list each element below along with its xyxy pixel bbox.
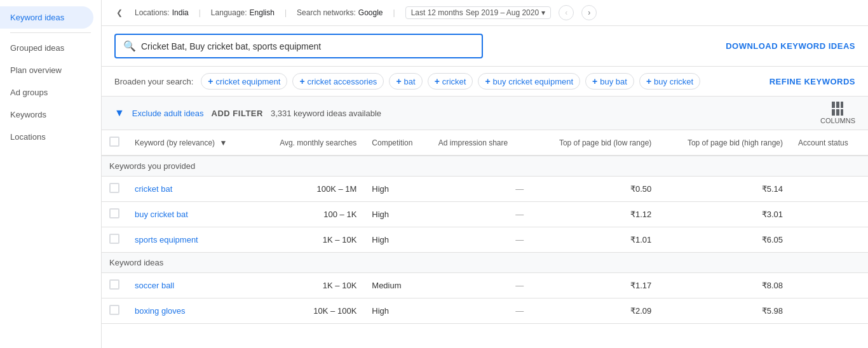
language-label: Language: [211,8,247,17]
table-row: cricket bat100K – 1MHigh—₹0.50₹5.14 [102,177,868,202]
keyword-table: Keyword (by relevance) ▼ Avg. monthly se… [102,130,868,324]
columns-button[interactable]: COLUMNS [820,102,855,124]
download-keyword-ideas-button[interactable]: DOWNLOAD KEYWORD IDEAS [726,41,855,51]
search-icon: 🔍 [123,40,136,52]
row-checkbox[interactable] [109,279,119,290]
sidebar-item-grouped-ideas[interactable]: Grouped ideas [0,37,93,59]
date-range-value: Sep 2019 – Aug 2020 [466,8,539,17]
sidebar-item-keywords[interactable]: Keywords [0,104,93,126]
chip-plus-icon: + [208,76,213,86]
section-header-provided: Keywords you provided [102,156,868,177]
row-checkbox[interactable] [109,183,119,193]
row-checkbox[interactable] [109,208,119,218]
competition-cell: Medium [364,273,431,298]
keyword-link[interactable]: soccer ball [135,281,174,290]
main-content: ❮ Locations: India | Language: English |… [102,0,868,348]
bid-low-cell: ₹1.01 [531,227,659,253]
sidebar-item-keyword-ideas[interactable]: Keyword ideas [0,6,93,29]
account-status-cell [790,202,868,227]
col-header-avg-monthly[interactable]: Avg. monthly searches [255,130,364,156]
chip-buy-cricket-equipment[interactable]: +buy cricket equipment [478,73,580,90]
competition-cell: High [364,202,431,227]
search-input-value[interactable]: Cricket Bat, Buy cricket bat, sports equ… [141,41,321,51]
competition-cell: High [364,177,431,202]
bid-low-cell: ₹1.12 [531,202,659,227]
language-section: Language: English [211,8,275,17]
avg-monthly-cell: 10K – 100K [255,298,364,324]
keyword-link[interactable]: buy cricket bat [135,210,188,219]
bid-high-cell: ₹5.98 [659,298,790,324]
nav-prev-icon[interactable]: ‹ [559,5,574,20]
sidebar: Keyword ideasGrouped ideasPlan overviewA… [0,0,102,348]
avg-monthly-cell: 1K – 10K [255,227,364,253]
search-networks-value: Google [358,8,383,17]
row-checkbox[interactable] [109,234,119,244]
account-status-cell [790,177,868,202]
app-container: Keyword ideasGrouped ideasPlan overviewA… [0,0,868,348]
chip-bat[interactable]: +bat [389,73,422,90]
chip-buy-bat[interactable]: +buy bat [585,73,634,90]
col-header-top-bid-low[interactable]: Top of page bid (low range) [531,130,659,156]
col-header-keyword[interactable]: Keyword (by relevance) ▼ [127,130,255,156]
sidebar-item-locations[interactable]: Locations [0,126,93,148]
avg-monthly-cell: 1K – 10K [255,273,364,298]
chip-plus-icon: + [646,76,651,86]
top-bar: ❮ Locations: India | Language: English |… [102,0,868,26]
keyword-link[interactable]: sports equipment [135,235,198,244]
account-status-cell [790,273,868,298]
locations-value: India [172,8,189,17]
add-filter-button[interactable]: ADD FILTER [212,109,263,118]
col-header-ad-impression[interactable]: Ad impression share [431,130,531,156]
language-value: English [250,8,275,17]
date-range-selector[interactable]: Last 12 months Sep 2019 – Aug 2020 ▾ [405,6,552,19]
chevron-down-icon: ▾ [541,8,545,17]
table-header-row: Keyword (by relevance) ▼ Avg. monthly se… [102,130,868,156]
col-header-top-bid-high[interactable]: Top of page bid (high range) [659,130,790,156]
refine-keywords-button[interactable]: REFINE KEYWORDS [770,77,855,86]
bid-low-cell: ₹2.09 [531,298,659,324]
filter-bar: ▼ Exclude adult ideas ADD FILTER 3,331 k… [102,97,868,130]
search-area: 🔍 Cricket Bat, Buy cricket bat, sports e… [102,26,868,67]
ad-impression-cell: — [431,227,531,253]
section-header-ideas: Keyword ideas [102,253,868,273]
avg-monthly-cell: 100 – 1K [255,202,364,227]
date-label: Last 12 months [411,8,463,17]
chip-cricket[interactable]: +cricket [428,73,473,90]
col-header-competition[interactable]: Competition [364,130,431,156]
keyword-link[interactable]: boxing gloves [135,306,186,316]
collapse-icon[interactable]: ❮ [112,5,127,20]
bid-low-cell: ₹0.50 [531,177,659,202]
search-networks-section: Search networks: Google [297,8,383,17]
nav-next-icon[interactable]: › [581,5,597,20]
locations-section: Locations: India [135,8,189,17]
bid-high-cell: ₹6.05 [659,227,790,253]
competition-cell: High [364,298,431,324]
sidebar-item-ad-groups[interactable]: Ad groups [0,81,93,104]
bid-low-cell: ₹1.17 [531,273,659,298]
keyword-link[interactable]: cricket bat [135,184,172,194]
ad-impression-cell: — [431,202,531,227]
ad-impression-cell: — [431,177,531,202]
bid-high-cell: ₹3.01 [659,202,790,227]
sidebar-item-plan-overview[interactable]: Plan overview [0,59,93,81]
exclude-adult-ideas-button[interactable]: Exclude adult ideas [132,109,204,118]
filter-icon: ▼ [114,107,125,119]
chip-plus-icon: + [592,76,597,86]
chip-plus-icon: + [435,76,440,86]
search-box[interactable]: 🔍 Cricket Bat, Buy cricket bat, sports e… [114,34,483,58]
chip-cricket-equipment[interactable]: +cricket equipment [201,73,287,90]
col-header-account-status: Account status [790,130,868,156]
competition-cell: High [364,227,431,253]
bid-high-cell: ₹8.08 [659,273,790,298]
select-all-checkbox[interactable] [102,130,127,156]
table-row: sports equipment1K – 10KHigh—₹1.01₹6.05 [102,227,868,253]
table-row: soccer ball1K – 10KMedium—₹1.17₹8.08 [102,273,868,298]
chip-plus-icon: + [485,76,490,86]
table-row: boxing gloves10K – 100KHigh—₹2.09₹5.98 [102,298,868,324]
keyword-count: 3,331 keyword ideas available [271,109,381,118]
chip-buy-cricket[interactable]: +buy cricket [639,73,700,90]
chip-cricket-accessories[interactable]: +cricket accessories [292,73,384,90]
ad-impression-cell: — [431,298,531,324]
row-checkbox[interactable] [109,305,119,315]
chip-plus-icon: + [396,76,401,86]
